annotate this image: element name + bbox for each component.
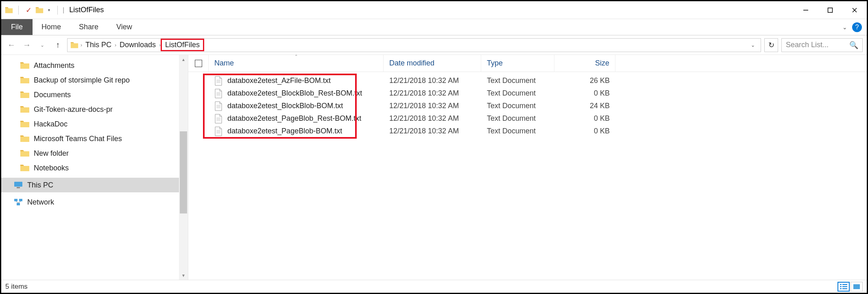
- column-size[interactable]: Size: [554, 55, 615, 72]
- file-pane: ⌃Name Date modified Type Size databoxe2e…: [188, 55, 867, 280]
- text-file-icon: [214, 114, 222, 124]
- status-text: 5 items: [5, 283, 28, 291]
- sidebar-item-label: Documents: [34, 91, 71, 99]
- file-type: Text Document: [481, 114, 554, 123]
- quick-access-toolbar: ✓ ▾ | ListOfFiles: [1, 5, 104, 15]
- help-icon[interactable]: ?: [852, 22, 862, 32]
- svg-line-9: [16, 201, 18, 203]
- folder-icon: [20, 135, 30, 143]
- separator: [57, 6, 58, 15]
- text-file-icon: [214, 126, 222, 136]
- file-row[interactable]: databoxe2etest_BlockBlob-BOM.txt 12/21/2…: [188, 100, 867, 112]
- folder-tree: Attachments Backup of storsimple Git rep…: [1, 55, 188, 280]
- main-area: Attachments Backup of storsimple Git rep…: [1, 55, 867, 280]
- folder-icon: [20, 120, 30, 128]
- file-row[interactable]: databoxe2etest_AzFile-BOM.txt 12/21/2018…: [188, 74, 867, 87]
- search-input[interactable]: Search List... 🔍: [781, 38, 863, 52]
- file-type: Text Document: [481, 76, 554, 85]
- svg-rect-5: [17, 187, 20, 188]
- refresh-button[interactable]: ↻: [764, 38, 778, 52]
- tab-view[interactable]: View: [107, 19, 141, 35]
- forward-button[interactable]: →: [21, 39, 33, 51]
- recent-dropdown-icon[interactable]: ⌄: [36, 39, 48, 51]
- column-checkbox[interactable]: [188, 55, 209, 72]
- file-name: databoxe2etest_AzFile-BOM.txt: [227, 76, 331, 85]
- svg-rect-28: [840, 286, 842, 287]
- view-switcher: [837, 282, 863, 292]
- file-row[interactable]: databoxe2etest_PageBlob_Rest-BOM.txt 12/…: [188, 112, 867, 125]
- file-name: databoxe2etest_BlockBlob_Rest-BOM.txt: [227, 89, 362, 98]
- column-name[interactable]: ⌃Name: [209, 55, 384, 72]
- sidebar-item[interactable]: HackaDoc: [1, 117, 188, 131]
- sidebar-item[interactable]: Documents: [1, 87, 188, 102]
- breadcrumb[interactable]: This PC: [82, 41, 115, 49]
- scroll-up-icon[interactable]: ▲: [179, 55, 188, 64]
- network-icon: [13, 198, 23, 206]
- minimize-button[interactable]: [794, 1, 818, 19]
- folder-icon: [20, 91, 30, 99]
- computer-icon: [13, 181, 23, 189]
- up-button[interactable]: ↑: [52, 39, 64, 51]
- file-size: 0 KB: [554, 114, 615, 123]
- qat-dropdown-icon[interactable]: ▾: [46, 8, 52, 12]
- breadcrumb-current[interactable]: ListOfFiles: [161, 39, 204, 51]
- svg-rect-6: [14, 199, 17, 201]
- sidebar-item[interactable]: New folder: [1, 146, 188, 161]
- file-type: Text Document: [481, 127, 554, 135]
- file-row[interactable]: databoxe2etest_BlockBlob_Rest-BOM.txt 12…: [188, 87, 867, 100]
- file-row[interactable]: databoxe2etest_PageBlob-BOM.txt 12/21/20…: [188, 125, 867, 137]
- file-size: 0 KB: [554, 127, 615, 135]
- column-type[interactable]: Type: [481, 55, 554, 72]
- maximize-button[interactable]: [818, 1, 842, 19]
- folder-icon: [70, 41, 79, 50]
- folder-icon: [20, 76, 30, 84]
- sidebar-item-label: Microsoft Teams Chat Files: [34, 135, 122, 143]
- sidebar-item-network[interactable]: Network: [1, 195, 188, 209]
- sidebar-item[interactable]: Git-Token-azure-docs-pr: [1, 102, 188, 117]
- svg-rect-29: [842, 286, 847, 287]
- sidebar-item-label: Notebooks: [34, 164, 69, 172]
- sidebar-item[interactable]: Backup of storsimple Git repo: [1, 73, 188, 87]
- search-placeholder: Search List...: [786, 41, 829, 49]
- navigation-pane: Attachments Backup of storsimple Git rep…: [1, 55, 188, 280]
- scroll-thumb[interactable]: [180, 131, 187, 213]
- tab-file[interactable]: File: [1, 19, 33, 35]
- sidebar-item-this-pc[interactable]: This PC: [1, 178, 188, 192]
- scroll-down-icon[interactable]: ▼: [179, 271, 188, 280]
- thumbnails-view-button[interactable]: [851, 282, 863, 292]
- svg-rect-8: [17, 203, 20, 205]
- column-date[interactable]: Date modified: [384, 55, 481, 72]
- tab-home[interactable]: Home: [33, 19, 70, 35]
- details-view-button[interactable]: [837, 282, 850, 292]
- properties-icon[interactable]: ✓: [24, 5, 33, 15]
- file-list: databoxe2etest_AzFile-BOM.txt 12/21/2018…: [188, 72, 867, 137]
- svg-rect-30: [840, 288, 842, 289]
- sidebar-item[interactable]: Microsoft Teams Chat Files: [1, 131, 188, 146]
- file-type: Text Document: [481, 102, 554, 110]
- sidebar-scrollbar[interactable]: ▲ ▼: [179, 55, 188, 280]
- status-bar: 5 items: [1, 280, 867, 293]
- checkbox-icon[interactable]: [195, 60, 202, 67]
- file-name: databoxe2etest_PageBlob-BOM.txt: [227, 127, 342, 135]
- folder-icon: [20, 105, 30, 113]
- title-separator: |: [63, 7, 64, 14]
- address-bar[interactable]: › This PC › Downloads › ListOfFiles ⌄: [67, 38, 761, 52]
- file-size: 0 KB: [554, 89, 615, 98]
- breadcrumb[interactable]: Downloads: [116, 41, 159, 49]
- address-dropdown-icon[interactable]: ⌄: [748, 42, 758, 48]
- folder-icon: [20, 61, 30, 70]
- ribbon-expand-icon[interactable]: ⌄: [842, 24, 847, 30]
- close-button[interactable]: [842, 1, 867, 19]
- svg-rect-26: [840, 284, 842, 285]
- sidebar-item[interactable]: Attachments: [1, 58, 188, 73]
- separator: [18, 6, 19, 15]
- back-button[interactable]: ←: [5, 39, 17, 51]
- tab-share[interactable]: Share: [70, 19, 107, 35]
- text-file-icon: [214, 89, 222, 98]
- sidebar-item[interactable]: Notebooks: [1, 161, 188, 175]
- file-date: 12/21/2018 10:32 AM: [384, 89, 481, 98]
- title-bar: ✓ ▾ | ListOfFiles: [1, 1, 867, 19]
- file-size: 26 KB: [554, 76, 615, 85]
- new-folder-icon[interactable]: [35, 6, 44, 15]
- file-date: 12/21/2018 10:32 AM: [384, 114, 481, 123]
